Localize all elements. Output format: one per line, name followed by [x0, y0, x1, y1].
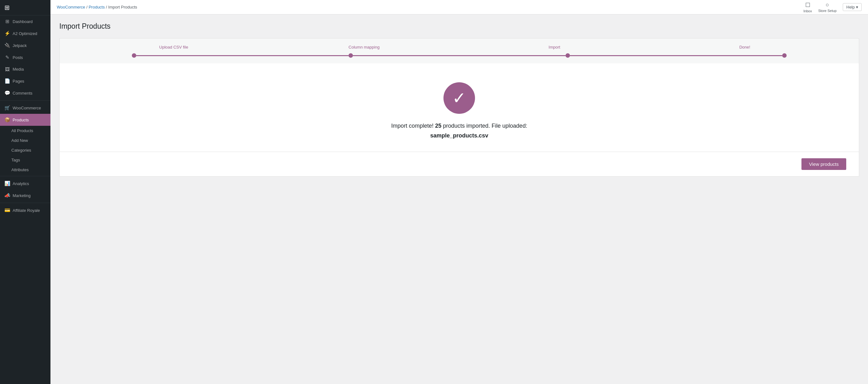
sidebar-logo: ⊞	[0, 0, 51, 15]
breadcrumb-current: Import Products	[108, 5, 137, 9]
dashboard-icon: ⊞	[4, 19, 10, 24]
sidebar-item-label: Posts	[12, 55, 23, 60]
inbox-button[interactable]: ☐ Inbox	[803, 2, 812, 13]
a2-icon: ⚡	[4, 31, 10, 36]
store-setup-button[interactable]: ○ Store Setup	[818, 2, 836, 12]
chevron-down-icon: ▾	[856, 5, 858, 9]
store-setup-icon: ○	[826, 2, 829, 8]
view-products-button[interactable]: View products	[801, 158, 846, 170]
sidebar-item-pages[interactable]: 📄 Pages	[0, 75, 51, 87]
media-icon: 🖼	[4, 66, 10, 72]
help-button[interactable]: Help ▾	[843, 3, 862, 11]
help-label: Help	[846, 5, 855, 9]
pages-icon: 📄	[4, 78, 10, 84]
sidebar-item-label: Products	[12, 118, 29, 122]
sidebar-item-label: Analytics	[12, 181, 29, 186]
sidebar-item-label: Jetpack	[12, 43, 27, 48]
import-filename: sample_products.csv	[430, 132, 488, 139]
breadcrumb-woocommerce-link[interactable]: WooCommerce	[57, 5, 85, 9]
sidebar-item-analytics[interactable]: 📊 Analytics	[0, 178, 51, 190]
affiliate-royale-icon: 💳	[4, 207, 10, 213]
sidebar-item-a2optimized[interactable]: ⚡ A2 Optimized	[0, 27, 51, 39]
sidebar-item-products[interactable]: 📦 Products	[0, 114, 51, 126]
analytics-icon: 📊	[4, 181, 10, 186]
import-message: Import complete! 25 products imported. F…	[391, 123, 527, 129]
track-line-2	[353, 55, 565, 56]
step-import: Import	[459, 45, 650, 53]
step-dot-2	[348, 53, 353, 58]
success-circle: ✓	[443, 82, 475, 114]
import-card-body: ✓ Import complete! 25 products imported.…	[60, 63, 859, 152]
import-count: 25	[435, 123, 441, 129]
breadcrumb-products-link[interactable]: Products	[89, 5, 105, 9]
inbox-icon: ☐	[805, 2, 810, 8]
sidebar-item-comments[interactable]: 💬 Comments	[0, 87, 51, 99]
track-line-3	[570, 55, 782, 56]
sidebar-item-label: Dashboard	[12, 19, 33, 24]
sidebar-item-woocommerce[interactable]: 🛒 WooCommerce	[0, 102, 51, 114]
step-done: Done!	[650, 45, 840, 53]
import-message-prefix: Import complete!	[391, 123, 433, 129]
import-card: ✓ Import complete! 25 products imported.…	[59, 63, 859, 177]
sidebar-item-label: Affiliate Royale	[12, 208, 40, 213]
sidebar-item-label: Pages	[12, 79, 24, 84]
import-stepper: Upload CSV file Column mapping Import Do…	[59, 38, 859, 63]
sidebar-item-affiliate-royale[interactable]: 💳 Affiliate Royale	[0, 204, 51, 216]
sidebar-item-label: A2 Optimized	[12, 31, 37, 36]
wp-logo-icon: ⊞	[4, 4, 10, 11]
posts-icon: ✎	[4, 55, 10, 60]
step-import-label: Import	[549, 45, 560, 50]
step-dot-1	[132, 53, 136, 58]
products-submenu: All Products Add New Categories Tags Att…	[0, 126, 51, 175]
topbar: WooCommerce / Products / Import Products…	[51, 0, 868, 14]
inbox-label: Inbox	[803, 9, 812, 13]
woocommerce-icon: 🛒	[4, 105, 10, 111]
track-line-1	[136, 55, 348, 56]
sidebar-item-label: Comments	[12, 91, 32, 96]
import-card-footer: View products	[60, 152, 859, 176]
sidebar-item-media[interactable]: 🖼 Media	[0, 63, 51, 75]
step-upload-label: Upload CSV file	[159, 45, 188, 50]
sidebar-subitem-attributes[interactable]: Attributes	[0, 165, 51, 175]
comments-icon: 💬	[4, 90, 10, 96]
marketing-icon: 📣	[4, 193, 10, 198]
sidebar-item-label: WooCommerce	[12, 106, 41, 110]
step-dot-4	[782, 53, 786, 58]
sidebar-item-marketing[interactable]: 📣 Marketing	[0, 190, 51, 201]
jetpack-icon: 🔌	[4, 42, 10, 48]
sidebar-item-label: Media	[12, 67, 24, 71]
topbar-icons: ☐ Inbox ○ Store Setup Help ▾	[803, 2, 862, 13]
step-done-label: Done!	[739, 45, 750, 50]
sidebar-subitem-all-products[interactable]: All Products	[0, 126, 51, 135]
main-content: WooCommerce / Products / Import Products…	[51, 0, 868, 384]
sidebar: ⊞ ⊞ Dashboard ⚡ A2 Optimized 🔌 Jetpack ✎…	[0, 0, 51, 384]
checkmark-icon: ✓	[452, 90, 466, 106]
page-title: Import Products	[59, 22, 859, 31]
sidebar-item-label: Marketing	[12, 193, 31, 198]
sidebar-item-dashboard[interactable]: ⊞ Dashboard	[0, 15, 51, 27]
step-mapping: Column mapping	[269, 45, 460, 53]
import-message-suffix: products imported. File uploaded:	[443, 123, 527, 129]
products-icon: 📦	[4, 117, 10, 123]
step-dot-3	[565, 53, 570, 58]
store-setup-label: Store Setup	[818, 9, 836, 12]
step-mapping-label: Column mapping	[348, 45, 379, 50]
content-area: Import Products Upload CSV file Column m…	[51, 14, 868, 384]
sidebar-item-posts[interactable]: ✎ Posts	[0, 52, 51, 63]
breadcrumb: WooCommerce / Products / Import Products	[57, 5, 798, 9]
sidebar-item-jetpack[interactable]: 🔌 Jetpack	[0, 39, 51, 52]
sidebar-subitem-add-new[interactable]: Add New	[0, 135, 51, 145]
step-upload: Upload CSV file	[79, 45, 269, 53]
sidebar-subitem-tags[interactable]: Tags	[0, 155, 51, 165]
sidebar-subitem-categories[interactable]: Categories	[0, 145, 51, 155]
